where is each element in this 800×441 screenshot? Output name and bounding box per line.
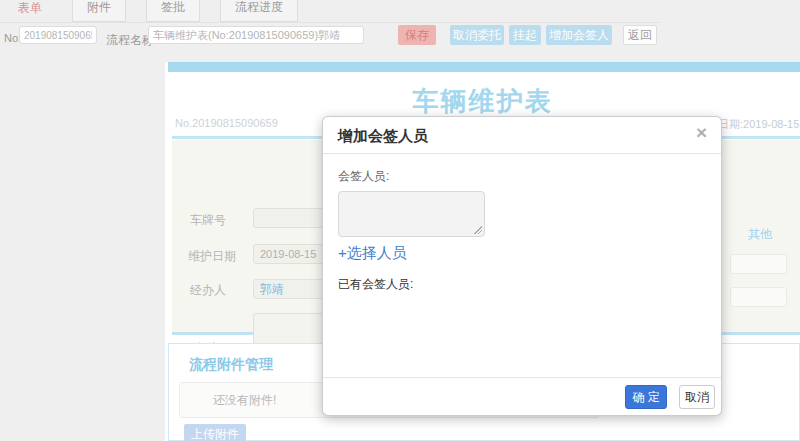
accent-bar <box>168 62 800 72</box>
countersigner-label: 会签人员: <box>338 168 706 185</box>
modal-header: 增加会签人员 × <box>323 117 721 154</box>
side-input-2[interactable] <box>730 287 787 307</box>
existing-countersigners-label: 已有会签人员: <box>338 276 706 293</box>
page-title: 车辆维护表 <box>165 84 800 119</box>
add-countersigner-modal: 增加会签人员 × 会签人员: +选择人员 已有会签人员: 确 定 取消 <box>322 116 722 416</box>
add-countersigner-button[interactable]: 增加会签人 <box>546 25 612 45</box>
cancel-button[interactable]: 取消 <box>679 385 715 409</box>
other-label: 其他 <box>748 226 772 243</box>
tab-form[interactable]: 表单 <box>8 0 52 22</box>
tab-process-progress[interactable]: 流程进度 <box>220 0 298 22</box>
form-date: 日期:2019-08-15 <box>718 117 800 132</box>
no-input[interactable] <box>19 26 97 44</box>
plate-number-label: 车牌号 <box>190 212 226 229</box>
suspend-button[interactable]: 挂起 <box>509 25 541 45</box>
cancel-delegation-button[interactable]: 取消委托 <box>450 25 504 45</box>
attachments-title: 流程附件管理 <box>189 356 273 374</box>
tab-attachments[interactable]: 附件 <box>72 0 126 22</box>
process-name-input[interactable] <box>148 26 364 44</box>
select-personnel-link[interactable]: +选择人员 <box>338 244 407 263</box>
close-icon[interactable]: × <box>696 123 707 142</box>
back-button[interactable]: 返回 <box>623 25 657 45</box>
countersigner-textarea-wrap <box>338 191 485 237</box>
upload-attachment-button[interactable]: 上传附件 <box>184 424 246 441</box>
handler-label: 经办人 <box>190 282 226 299</box>
modal-body: 会签人员: +选择人员 已有会签人员: <box>323 154 721 293</box>
maintenance-date-label: 维护日期 <box>188 248 236 265</box>
countersigner-textarea[interactable] <box>338 191 485 237</box>
form-no: No.20190815090659 <box>175 117 278 129</box>
toolbar: No: 流程名称: 保存 取消委托 挂起 增加会签人 返回 <box>0 23 800 55</box>
modal-title: 增加会签人员 <box>338 127 428 146</box>
tab-bar: 表单 附件 签批 流程进度 <box>0 0 660 23</box>
modal-footer: 确 定 取消 <box>323 377 721 415</box>
save-button[interactable]: 保存 <box>398 25 436 45</box>
tab-approval[interactable]: 签批 <box>146 0 200 22</box>
confirm-button[interactable]: 确 定 <box>625 385 667 409</box>
side-input-1[interactable] <box>730 254 787 274</box>
